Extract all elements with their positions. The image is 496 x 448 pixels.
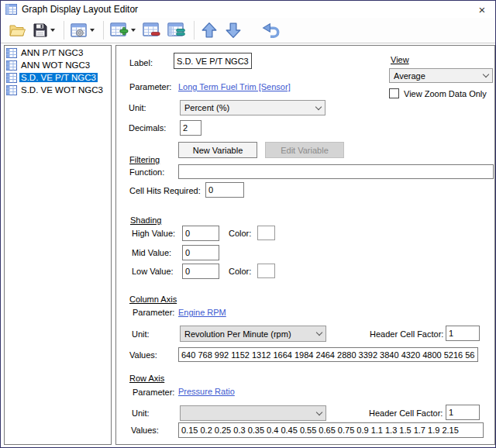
table-icon [6, 73, 17, 83]
filtering-heading: Filtering [129, 155, 160, 164]
toolbar [1, 18, 495, 43]
column-parameter-label: Parameter: [133, 308, 174, 317]
low-value-label: Low Value: [132, 267, 174, 276]
list-item-label: ANN WOT NGC3 [19, 60, 91, 70]
unit-label: Unit: [129, 103, 146, 112]
high-value-input[interactable] [182, 226, 219, 241]
list-item-label: S.D. VE P/T NGC3 [19, 73, 98, 82]
app-table-icon [5, 4, 17, 15]
open-button[interactable] [6, 21, 28, 40]
table-settings-button[interactable] [68, 22, 97, 40]
move-down-icon [225, 22, 242, 39]
list-item[interactable]: S.D. VE WOT NGC3 [5, 84, 111, 96]
column-unit-label: Unit: [132, 329, 150, 339]
toolbar-separator [64, 21, 64, 40]
column-unit-select[interactable]: Revolution Per Minute (rpm) [180, 326, 326, 342]
titlebar: Graph Display Layout Editor × [1, 1, 495, 18]
edit-variable-button[interactable]: Edit Variable [265, 142, 344, 158]
table-edit-icon [167, 22, 185, 39]
table-icon [6, 60, 17, 71]
mid-value-input[interactable] [182, 245, 219, 260]
undo-icon [262, 22, 281, 39]
list-item-label: ANN P/T NGC3 [19, 48, 84, 57]
save-menu-caret[interactable] [50, 29, 55, 32]
column-axis-heading: Column Axis [129, 295, 177, 304]
decimals-label: Decimals: [129, 123, 166, 133]
toolbar-separator [103, 21, 104, 40]
chevron-down-icon [483, 71, 489, 78]
function-label: Function: [129, 167, 164, 177]
table-add-button[interactable] [108, 21, 138, 40]
save-icon [33, 22, 48, 38]
high-value-label: High Value: [132, 229, 175, 238]
window-title: Graph Display Layout Editor [22, 4, 138, 15]
table-add-icon [110, 22, 129, 39]
shading-heading: Shading [130, 215, 161, 225]
label-field-label: Label: [129, 58, 153, 67]
label-input[interactable] [174, 53, 252, 69]
chevron-down-icon [315, 103, 322, 109]
mid-value-label: Mid Value: [132, 248, 171, 257]
view-selected-value: Average [394, 71, 484, 81]
column-unit-selected-value: Revolution Per Minute (rpm) [184, 329, 317, 339]
move-down-button[interactable] [222, 20, 244, 40]
row-unit-select[interactable] [180, 405, 326, 421]
table-settings-icon [71, 23, 88, 38]
graph-display-layout-editor-window: Graph Display Layout Editor × [0, 0, 496, 448]
row-header-cell-factor-label: Header Cell Factor: [369, 408, 443, 418]
list-item[interactable]: ANN WOT NGC3 [5, 59, 111, 71]
column-header-cell-factor-label: Header Cell Factor: [370, 329, 443, 339]
layout-list[interactable]: ANN P/T NGC3 ANN WOT NGC3 S.D. VE P/T NG… [4, 45, 112, 445]
unit-selected-value: Percent (%) [184, 103, 316, 112]
table-edit-button[interactable] [165, 21, 188, 40]
move-up-icon [201, 22, 218, 39]
table-settings-menu-caret[interactable] [90, 29, 95, 32]
column-parameter-link[interactable]: Engine RPM [178, 308, 226, 317]
undo-button[interactable] [260, 21, 283, 40]
table-add-menu-caret[interactable] [131, 29, 136, 32]
function-input[interactable] [178, 164, 494, 179]
view-select[interactable]: Average [389, 68, 493, 83]
table-icon [6, 85, 17, 95]
parameter-label: Parameter: [129, 82, 171, 91]
column-values-label: Values: [129, 350, 157, 360]
view-zoom-data-only-label: View Zoom Data Only [404, 89, 487, 98]
unit-select[interactable]: Percent (%) [180, 100, 326, 115]
low-color-swatch[interactable] [257, 264, 275, 278]
table-remove-button[interactable] [140, 21, 163, 40]
list-item[interactable]: ANN P/T NGC3 [5, 47, 111, 59]
table-remove-icon [143, 22, 160, 39]
toolbar-separator [194, 21, 195, 40]
cell-hits-required-label: Cell Hits Required: [129, 186, 201, 195]
chevron-down-icon [316, 329, 322, 336]
cell-hits-required-input[interactable] [205, 182, 244, 198]
new-variable-button[interactable]: New Variable [178, 142, 257, 158]
folder-open-icon [9, 22, 26, 38]
decimals-input[interactable] [180, 120, 202, 136]
list-item-selected[interactable]: S.D. VE P/T NGC3 [5, 71, 111, 84]
low-value-input[interactable] [182, 264, 219, 279]
table-icon [6, 48, 17, 58]
row-axis-heading: Row Axis [129, 374, 164, 383]
row-values-input[interactable] [178, 422, 484, 438]
high-color-label: Color: [229, 229, 251, 238]
low-color-label: Color: [229, 267, 251, 276]
parameter-link[interactable]: Long Term Fuel Trim [Sensor] [178, 82, 291, 91]
close-button[interactable]: × [469, 1, 495, 18]
chevron-down-icon [316, 408, 322, 415]
column-header-cell-factor-input[interactable] [446, 326, 480, 341]
view-zoom-data-only-checkbox[interactable] [389, 88, 399, 98]
view-heading: View [391, 55, 409, 64]
editor-panel: Label: View Average View Zoom Data Only … [115, 45, 495, 445]
row-parameter-link[interactable]: Pressure Ratio [178, 387, 235, 396]
high-color-swatch[interactable] [257, 226, 275, 240]
row-values-label: Values: [131, 426, 159, 435]
column-values-input[interactable] [178, 347, 478, 362]
row-parameter-label: Parameter: [133, 388, 174, 397]
list-item-label: S.D. VE WOT NGC3 [19, 85, 105, 95]
row-unit-label: Unit: [132, 408, 150, 418]
row-header-cell-factor-input[interactable] [446, 405, 480, 420]
save-button[interactable] [30, 21, 57, 40]
move-up-button[interactable] [198, 20, 220, 40]
